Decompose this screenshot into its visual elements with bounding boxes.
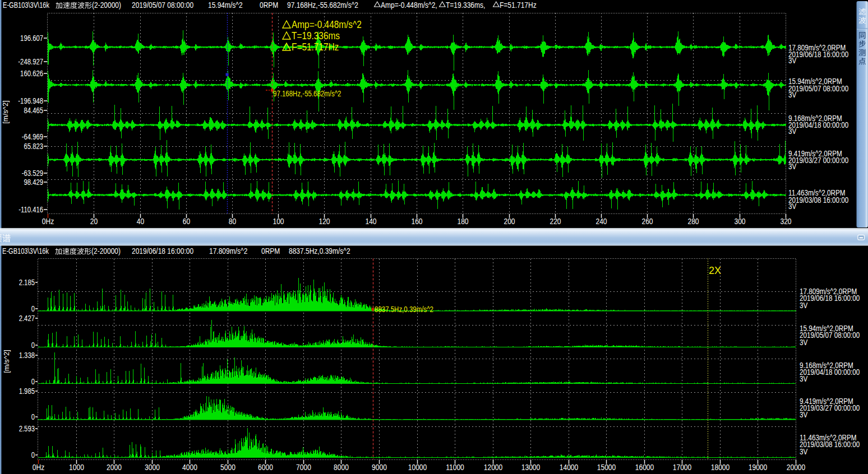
svg-text:17000: 17000 — [673, 462, 692, 472]
svg-text:0: 0 — [31, 377, 35, 387]
svg-text:65.823: 65.823 — [24, 142, 43, 151]
svg-text:-63.529: -63.529 — [22, 169, 43, 178]
svg-text:80: 80 — [229, 216, 237, 226]
svg-text:3V: 3V — [788, 127, 796, 136]
svg-text:3V: 3V — [788, 162, 796, 171]
svg-text:220: 220 — [550, 216, 561, 226]
svg-text:T=19.336ms: T=19.336ms — [292, 30, 340, 41]
svg-text:11000: 11000 — [446, 462, 464, 472]
svg-text:60: 60 — [183, 216, 191, 226]
svg-text:97.168Hz,-55.682m/s^2: 97.168Hz,-55.682m/s^2 — [287, 1, 358, 10]
svg-text:84.465: 84.465 — [24, 106, 43, 115]
svg-text:2019/05/07 08:00:00: 2019/05/07 08:00:00 — [788, 83, 848, 93]
svg-text:15000: 15000 — [597, 462, 616, 472]
svg-text:3000: 3000 — [145, 462, 160, 472]
svg-text:20000: 20000 — [787, 462, 806, 472]
svg-text:97.168Hz,-55.682m/s^2: 97.168Hz,-55.682m/s^2 — [273, 89, 341, 98]
svg-text:260: 260 — [641, 216, 653, 226]
svg-text:0: 0 — [31, 304, 35, 314]
svg-text:14000: 14000 — [560, 462, 579, 472]
svg-text:160.626: 160.626 — [20, 69, 43, 78]
svg-text:Amp=-0.448m/s^2,: Amp=-0.448m/s^2, — [381, 1, 437, 10]
svg-text:320: 320 — [780, 216, 791, 226]
svg-text:1.338: 1.338 — [19, 351, 35, 360]
svg-text:-110.416: -110.416 — [19, 205, 43, 215]
svg-text:2019/05/07 08:00:00: 2019/05/07 08:00:00 — [132, 1, 193, 10]
svg-text:3V: 3V — [800, 374, 807, 384]
svg-text:T=19.336ms,: T=19.336ms, — [446, 1, 485, 10]
svg-text:20: 20 — [90, 216, 98, 226]
svg-text:3V: 3V — [800, 447, 807, 456]
svg-text:F=51.717Hz: F=51.717Hz — [500, 1, 537, 10]
svg-text:2019/06/18 16:00:00: 2019/06/18 16:00:00 — [132, 246, 193, 255]
svg-text:16000: 16000 — [635, 462, 654, 472]
svg-text:0Hz: 0Hz — [42, 216, 54, 226]
svg-text:300: 300 — [734, 216, 745, 226]
svg-text:180: 180 — [457, 216, 468, 226]
svg-text:13000: 13000 — [521, 462, 541, 472]
svg-text:2.427: 2.427 — [19, 314, 35, 323]
svg-text:4000: 4000 — [182, 462, 197, 472]
svg-text:2X: 2X — [709, 265, 721, 276]
svg-text:6000: 6000 — [258, 462, 273, 472]
svg-text:3V: 3V — [800, 300, 807, 310]
svg-text:0Hz: 0Hz — [33, 462, 45, 472]
svg-text:19000: 19000 — [749, 462, 768, 472]
svg-text:120: 120 — [318, 216, 330, 226]
svg-text:280: 280 — [687, 216, 699, 226]
svg-text:2019/03/27 00:00:00: 2019/03/27 00:00:00 — [800, 403, 860, 412]
svg-text:3V: 3V — [800, 410, 807, 420]
svg-text:2.593: 2.593 — [19, 424, 35, 434]
svg-text:0: 0 — [31, 450, 35, 460]
svg-text:2019/06/18 16:00:00: 2019/06/18 16:00:00 — [800, 294, 860, 303]
svg-text:12000: 12000 — [484, 462, 503, 472]
svg-text:E-GB103\3V\16k: E-GB103\3V\16k — [2, 246, 49, 255]
svg-text:200: 200 — [504, 216, 515, 226]
svg-text:9000: 9000 — [372, 462, 387, 472]
svg-text:100: 100 — [273, 216, 284, 226]
svg-text:8837.5Hz,0.39m/s^2: 8837.5Hz,0.39m/s^2 — [289, 246, 350, 255]
svg-text:98.429: 98.429 — [24, 178, 43, 187]
svg-text:5000: 5000 — [220, 462, 236, 472]
svg-text:15.94m/s^2: 15.94m/s^2 — [208, 1, 243, 10]
svg-text:(2-20000): (2-20000) — [92, 1, 121, 10]
svg-text:0RPM: 0RPM — [260, 1, 278, 10]
svg-text:18000: 18000 — [711, 462, 730, 472]
svg-text:-248.927: -248.927 — [18, 57, 43, 67]
svg-text:-64.969: -64.969 — [22, 132, 43, 142]
svg-text:0: 0 — [31, 412, 35, 422]
svg-text:140: 140 — [365, 216, 376, 226]
svg-text:2019/05/07 08:00:00: 2019/05/07 08:00:00 — [800, 331, 860, 340]
svg-text:7000: 7000 — [296, 462, 311, 472]
svg-text:8837.5Hz,0.39m/s^2: 8837.5Hz,0.39m/s^2 — [375, 305, 433, 314]
svg-text:8000: 8000 — [334, 462, 349, 472]
svg-text:0RPM: 0RPM — [261, 246, 280, 255]
svg-text:3V: 3V — [788, 56, 796, 66]
svg-text:196.607: 196.607 — [20, 34, 43, 43]
svg-text:1.985: 1.985 — [19, 387, 35, 396]
svg-text:1000: 1000 — [69, 462, 84, 472]
svg-text:17.809m/s^2: 17.809m/s^2 — [209, 246, 247, 255]
svg-text:40: 40 — [137, 216, 145, 226]
svg-text:2019/03/27 00:00:00: 2019/03/27 00:00:00 — [788, 156, 848, 165]
svg-text:2019/04/18 00:00:00: 2019/04/18 00:00:00 — [788, 120, 848, 130]
svg-text:3V: 3V — [788, 202, 796, 211]
svg-text:160: 160 — [411, 216, 422, 226]
svg-text:2000: 2000 — [107, 462, 122, 472]
svg-text:E-GB103\3V\16k: E-GB103\3V\16k — [3, 1, 50, 10]
svg-text:240: 240 — [595, 216, 607, 226]
svg-text:0: 0 — [31, 341, 35, 350]
svg-text:[m/s^2]: [m/s^2] — [1, 100, 10, 124]
svg-text:-196.948: -196.948 — [18, 96, 43, 106]
svg-text:(2-20000): (2-20000) — [91, 246, 121, 255]
svg-text:3V: 3V — [788, 90, 796, 100]
svg-text:2019/04/18 00:00:00: 2019/04/18 00:00:00 — [800, 367, 860, 377]
svg-text:3V: 3V — [800, 337, 807, 347]
svg-text:2019/06/18 16:00:00: 2019/06/18 16:00:00 — [788, 50, 848, 59]
svg-text:2.185: 2.185 — [19, 278, 35, 287]
svg-text:2019/03/08 16:00:00: 2019/03/08 16:00:00 — [788, 195, 848, 205]
svg-text:10000: 10000 — [408, 462, 427, 472]
svg-text:[m/s^2]: [m/s^2] — [2, 350, 11, 373]
svg-text:F=51.717Hz: F=51.717Hz — [292, 41, 339, 52]
svg-text:2019/03/08 16:00:00: 2019/03/08 16:00:00 — [800, 440, 860, 449]
